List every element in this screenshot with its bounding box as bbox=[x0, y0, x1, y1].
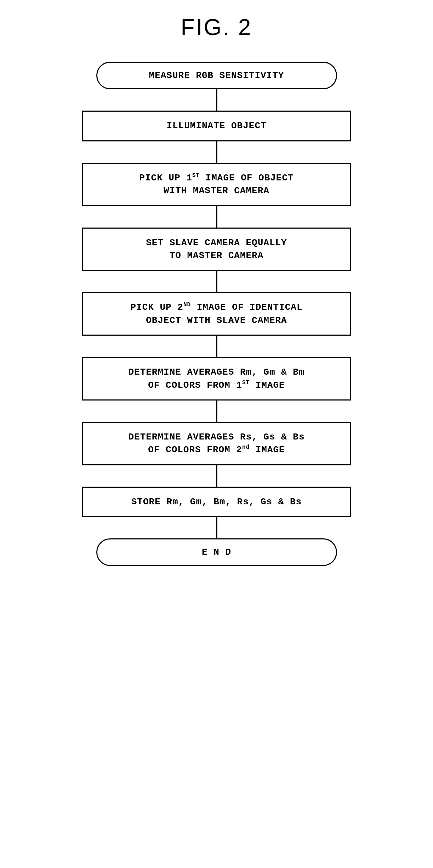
sup-nd-2: nd bbox=[242, 444, 250, 451]
node-measure-rgb: MEASURE RGB SENSITIVITY bbox=[96, 62, 337, 89]
connector-1 bbox=[216, 89, 217, 111]
node-store-values-label: STORE Rm, Gm, Bm, Rs, Gs & Bs bbox=[131, 495, 302, 508]
node-set-slave-camera-label: SET SLAVE CAMERA EQUALLYTO MASTER CAMERA bbox=[146, 236, 287, 262]
flowchart: MEASURE RGB SENSITIVITY ILLUMINATE OBJEC… bbox=[7, 62, 426, 566]
node-end: E N D bbox=[96, 538, 337, 566]
node-determine-averages-rm: DETERMINE AVERAGES Rm, Gm & BmOF COLORS … bbox=[82, 357, 351, 401]
node-set-slave-camera: SET SLAVE CAMERA EQUALLYTO MASTER CAMERA bbox=[82, 228, 351, 271]
diagram-container: FIG. 2 MEASURE RGB SENSITIVITY ILLUMINAT… bbox=[0, 0, 433, 868]
node-pickup-1st-image-label: PICK UP 1ST IMAGE OF OBJECTWITH MASTER C… bbox=[139, 172, 294, 197]
sup-st-1: ST bbox=[192, 172, 200, 179]
connector-6 bbox=[216, 401, 217, 422]
node-end-label: E N D bbox=[202, 546, 231, 559]
node-illuminate-object-label: ILLUMINATE OBJECT bbox=[166, 119, 266, 132]
fig-title: FIG. 2 bbox=[181, 14, 252, 40]
node-measure-rgb-label: MEASURE RGB SENSITIVITY bbox=[149, 69, 284, 82]
connector-5 bbox=[216, 336, 217, 357]
node-determine-averages-rs: DETERMINE AVERAGES Rs, Gs & BsOF COLORS … bbox=[82, 422, 351, 465]
node-illuminate-object: ILLUMINATE OBJECT bbox=[82, 111, 351, 141]
sup-st-2: ST bbox=[242, 380, 250, 386]
node-determine-averages-rm-label: DETERMINE AVERAGES Rm, Gm & BmOF COLORS … bbox=[128, 366, 304, 392]
node-pickup-2nd-image-label: PICK UP 2ND IMAGE OF IDENTICALOBJECT WIT… bbox=[130, 301, 302, 327]
node-pickup-2nd-image: PICK UP 2ND IMAGE OF IDENTICALOBJECT WIT… bbox=[82, 292, 351, 336]
node-determine-averages-rs-label: DETERMINE AVERAGES Rs, Gs & BsOF COLORS … bbox=[128, 431, 304, 457]
connector-3 bbox=[216, 206, 217, 228]
sup-nd-1: ND bbox=[183, 302, 191, 308]
connector-8 bbox=[216, 517, 217, 538]
connector-4 bbox=[216, 271, 217, 292]
connector-2 bbox=[216, 141, 217, 163]
node-pickup-1st-image: PICK UP 1ST IMAGE OF OBJECTWITH MASTER C… bbox=[82, 163, 351, 206]
connector-7 bbox=[216, 465, 217, 487]
node-store-values: STORE Rm, Gm, Bm, Rs, Gs & Bs bbox=[82, 487, 351, 517]
